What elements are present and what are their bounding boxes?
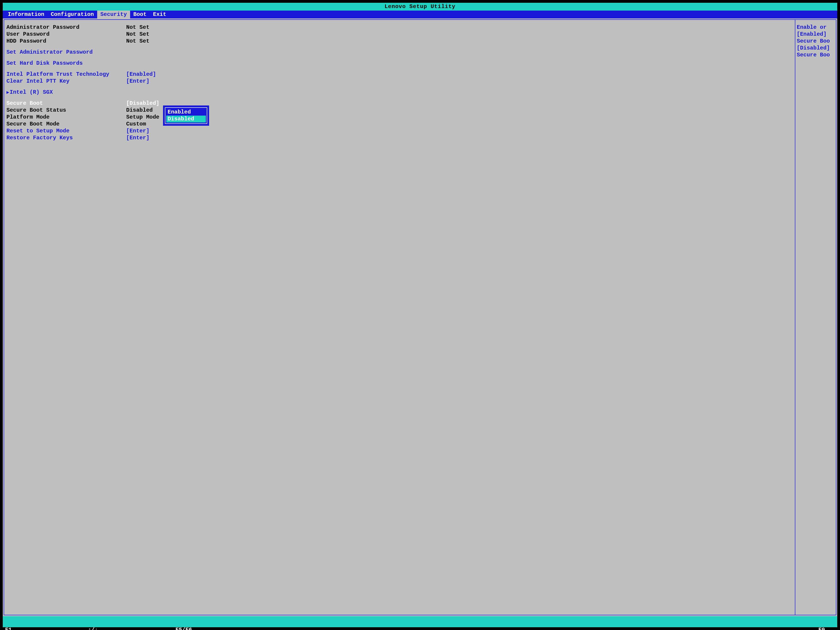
main-panel: Administrator Password Not Set User Pass… (4, 19, 795, 615)
label-platform-mode: Platform Mode (6, 114, 126, 121)
menu-boot[interactable]: Boot (130, 11, 150, 19)
label-secure-boot-status: Secure Boot Status (6, 107, 126, 114)
label-user-password: User Password (6, 31, 126, 38)
title-bar: Lenovo Setup Utility (3, 3, 837, 11)
value-intel-ptt: [Enabled] (126, 71, 156, 78)
row-platform-mode: Platform Mode Setup Mode (6, 114, 793, 121)
row-hdd-password: HDD Password Not Set (6, 38, 793, 45)
footer-col-2: ↑/↓ Select Item ←/→ Select Screen (88, 616, 175, 630)
row-intel-sgx[interactable]: Intel (R) SGX (6, 89, 793, 96)
help-line-1: Enable or (797, 24, 834, 31)
key-f9: F9 (818, 627, 825, 630)
popup-inner: Enabled Disabled (165, 107, 207, 124)
menu-configuration[interactable]: Configuration (47, 11, 97, 19)
footer-bar: F1 Help Esc Exit ↑/↓ Select Item ←/→ Sel… (3, 616, 837, 627)
value-platform-mode: Setup Mode (126, 114, 159, 121)
label-set-admin-password: Set Administrator Password (6, 49, 126, 56)
txt-change-values: Change Values (195, 627, 238, 630)
row-secure-boot[interactable]: Secure Boot [Disabled] (6, 100, 793, 107)
label-hdd-password: HDD Password (6, 38, 126, 45)
menu-security[interactable]: Security (97, 11, 130, 19)
label-secure-boot: Secure Boot (6, 100, 126, 107)
row-restore-factory-keys[interactable]: Restore Factory Keys [Enter] (6, 134, 793, 141)
row-admin-password: Administrator Password Not Set (6, 24, 793, 31)
row-intel-ptt[interactable]: Intel Platform Trust Technology [Enabled… (6, 71, 793, 78)
secure-boot-popup[interactable]: Enabled Disabled (163, 106, 209, 126)
value-reset-setup-mode: [Enter] (126, 128, 150, 134)
menu-bar: Information Configuration Security Boot … (3, 11, 837, 19)
row-reset-setup-mode[interactable]: Reset to Setup Mode [Enter] (6, 128, 793, 134)
footer-col-1: F1 Help Esc Exit (5, 616, 88, 630)
value-hdd-password: Not Set (126, 38, 150, 45)
label-secure-boot-mode: Secure Boot Mode (6, 121, 126, 128)
value-secure-boot-status: Disabled (126, 107, 153, 114)
help-line-4: Secure Boo (797, 38, 834, 45)
row-secure-boot-mode: Secure Boot Mode Custom (6, 121, 793, 128)
help-line-6: Secure Boo (797, 52, 834, 58)
bios-screen: Lenovo Setup Utility Information Configu… (3, 3, 837, 627)
value-clear-ptt: [Enter] (126, 78, 150, 85)
value-restore-factory-keys: [Enter] (126, 134, 150, 141)
help-panel: Enable or [Enabled] Secure Boo [Disabled… (795, 19, 836, 615)
key-f1: F1 (5, 627, 12, 630)
label-admin-password: Administrator Password (6, 24, 126, 31)
menu-exit[interactable]: Exit (150, 11, 170, 19)
footer-col-4: F9 S F10 S (263, 616, 835, 630)
label-clear-ptt: Clear Intel PTT Key (6, 78, 126, 85)
row-secure-boot-status: Secure Boot Status Disabled (6, 107, 793, 114)
popup-option-disabled[interactable]: Disabled (166, 115, 206, 123)
txt-help: Help (22, 627, 35, 630)
txt-f9: S (832, 627, 835, 630)
value-secure-boot: [Disabled] (126, 100, 159, 107)
row-set-admin-password[interactable]: Set Administrator Password (6, 49, 793, 56)
key-f5f6: F5/F6 (175, 627, 192, 630)
txt-select-item: Select Item (101, 627, 138, 630)
label-intel-ptt: Intel Platform Trust Technology (6, 71, 126, 78)
footer-col-3: F5/F6 Change Values Enter Select ▶ SubMe… (175, 616, 263, 630)
label-reset-setup-mode: Reset to Setup Mode (6, 128, 126, 134)
popup-option-enabled[interactable]: Enabled (166, 109, 206, 115)
key-updown: ↑/↓ (88, 627, 98, 630)
value-user-password: Not Set (126, 31, 150, 38)
content-area: Administrator Password Not Set User Pass… (3, 19, 837, 616)
label-restore-factory-keys: Restore Factory Keys (6, 134, 126, 141)
row-set-hdd-passwords[interactable]: Set Hard Disk Passwords (6, 60, 793, 67)
value-admin-password: Not Set (126, 24, 150, 31)
row-user-password: User Password Not Set (6, 31, 793, 38)
label-intel-sgx: Intel (R) SGX (6, 89, 126, 96)
help-line-3: [Enabled] (797, 31, 834, 38)
row-clear-ptt[interactable]: Clear Intel PTT Key [Enter] (6, 78, 793, 85)
help-line-5: [Disabled] (797, 45, 834, 52)
menu-information[interactable]: Information (5, 11, 47, 19)
value-secure-boot-mode: Custom (126, 121, 146, 128)
label-set-hdd-passwords: Set Hard Disk Passwords (6, 60, 126, 67)
